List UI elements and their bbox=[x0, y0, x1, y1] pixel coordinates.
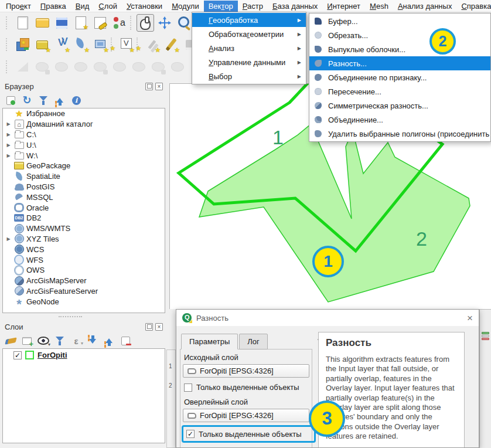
new-geopackage-layer-icon[interactable] bbox=[33, 36, 51, 53]
vector-menu-item[interactable]: Выбор bbox=[192, 69, 306, 83]
pan-map-icon[interactable] bbox=[137, 14, 154, 32]
browser-item[interactable]: ArcGisFeatureServer bbox=[3, 286, 165, 297]
panel-close-icon[interactable]: × bbox=[155, 323, 163, 331]
menubar-item[interactable]: Правка bbox=[36, 1, 71, 12]
eliminate-icon bbox=[313, 129, 323, 138]
dialog-close-icon[interactable]: × bbox=[467, 313, 473, 323]
zoom-full-icon[interactable] bbox=[156, 14, 173, 32]
geoprocessing-menu-item[interactable]: Выпуклые оболочки... bbox=[309, 42, 490, 56]
browser-item[interactable]: Избранное bbox=[3, 108, 165, 119]
cad-tools-icon bbox=[14, 58, 32, 76]
new-mesh-layer-icon[interactable] bbox=[91, 36, 109, 53]
data-source-manager-icon[interactable] bbox=[14, 36, 32, 53]
browser-item[interactable]: ▶ W:\ bbox=[3, 150, 165, 161]
geoprocessing-menu-item[interactable]: Симметрическая разность... bbox=[309, 99, 490, 113]
open-project-icon[interactable] bbox=[33, 14, 51, 32]
new-spatialite-layer-icon[interactable] bbox=[72, 36, 90, 53]
oracle-icon bbox=[14, 203, 24, 212]
menubar-item[interactable]: Проект bbox=[1, 1, 36, 12]
menubar-item[interactable]: Установки bbox=[122, 1, 167, 12]
menubar-item[interactable]: Слой bbox=[94, 1, 122, 12]
panel-float-icon[interactable] bbox=[145, 323, 153, 331]
filter-browser-icon[interactable] bbox=[36, 93, 50, 107]
browser-item[interactable]: PostGIS bbox=[3, 182, 165, 192]
browser-item[interactable]: ▶ XYZ Tiles bbox=[3, 234, 165, 245]
properties-info-icon[interactable] bbox=[69, 93, 83, 107]
menubar-item[interactable]: База данных bbox=[268, 1, 322, 12]
layer-row[interactable]: ForOpiti bbox=[3, 349, 165, 361]
filter-expression-icon[interactable] bbox=[69, 334, 83, 348]
vector-menu-item[interactable]: Анализ bbox=[192, 41, 306, 55]
selected-only-checkbox-1[interactable] bbox=[184, 383, 192, 392]
toggle-editing-icon[interactable] bbox=[162, 36, 180, 53]
geoprocessing-menu-item[interactable]: Пересечение... bbox=[309, 84, 490, 99]
new-print-layout-icon[interactable] bbox=[72, 14, 90, 32]
menubar-item[interactable]: Mesh bbox=[365, 1, 393, 12]
dialog-tab[interactable]: Лог bbox=[239, 334, 268, 349]
vector-menu-item[interactable]: Обработка геометрии bbox=[192, 27, 306, 41]
browser-item[interactable]: ▶ Домашний каталог bbox=[3, 119, 165, 130]
selected-only-row-1[interactable]: Только выделенные объекты bbox=[184, 383, 309, 392]
browser-item[interactable]: SpatiaLite bbox=[3, 171, 165, 182]
browser-item[interactable]: WFS bbox=[3, 254, 165, 265]
geoprocessing-menu-item[interactable]: Объединение по признаку... bbox=[309, 70, 490, 84]
geoprocessing-menu-item[interactable]: Обрезать... bbox=[309, 28, 490, 42]
collapse-all-icon[interactable] bbox=[102, 334, 116, 348]
browser-item[interactable]: ▶ U:\ bbox=[3, 140, 165, 150]
save-project-icon[interactable] bbox=[53, 14, 70, 32]
dialog-tab[interactable]: Параметры bbox=[181, 334, 238, 349]
layer-visibility-checkbox[interactable] bbox=[13, 351, 22, 359]
add-favorite-icon[interactable] bbox=[4, 93, 18, 107]
add-group-icon[interactable] bbox=[20, 334, 34, 348]
zoom-in-icon[interactable] bbox=[175, 14, 193, 32]
vector-menu-item[interactable]: Управление данными bbox=[192, 55, 306, 69]
attribute-table-row-headers: 12 bbox=[166, 349, 176, 448]
menubar-item[interactable]: Модули bbox=[167, 1, 204, 12]
new-shapefile-layer-icon[interactable] bbox=[53, 36, 70, 53]
panel-close-icon[interactable]: × bbox=[155, 83, 163, 90]
expand-all-icon[interactable] bbox=[86, 334, 100, 348]
geoprocessing-menu-item[interactable]: Объединение... bbox=[309, 113, 490, 127]
selected-only-row-2-highlighted[interactable]: Только выделенные объекты bbox=[182, 425, 316, 443]
browser-item[interactable]: DB2 bbox=[3, 213, 165, 223]
browser-item[interactable]: WMS/WMTS bbox=[3, 223, 165, 234]
remove-layer-icon[interactable] bbox=[118, 334, 132, 348]
browser-tree: Избранное ▶ Домашний каталог ▶ C:\ ▶ U:\… bbox=[2, 108, 165, 313]
geoprocessing-menu-item[interactable]: Буфер... bbox=[309, 14, 490, 28]
panel-splitter[interactable] bbox=[59, 316, 82, 317]
style-manager-icon[interactable] bbox=[111, 14, 128, 32]
collapse-tree-icon[interactable] bbox=[53, 93, 67, 107]
menubar-item[interactable]: Интернет bbox=[322, 1, 365, 12]
vector-menu-item[interactable]: Геообработка bbox=[192, 13, 306, 27]
source-layer-combo[interactable]: ForOpiti [EPSG:4326] bbox=[183, 364, 309, 378]
browser-item[interactable]: MSSQL bbox=[3, 192, 165, 202]
feature-label-1: 1 bbox=[272, 126, 284, 149]
menubar-item[interactable]: Анализ данных bbox=[393, 1, 457, 12]
menubar-item[interactable]: Вид bbox=[71, 1, 94, 12]
source-layer-value: ForOpiti [EPSG:4326] bbox=[200, 366, 274, 375]
selected-only-checkbox-2[interactable] bbox=[186, 430, 195, 438]
geoprocessing-menu-item[interactable]: Удалить выбранные полигоны (присоединить… bbox=[309, 127, 490, 141]
layout-manager-icon[interactable] bbox=[91, 14, 109, 32]
open-layer-styling-icon[interactable] bbox=[4, 334, 18, 348]
menubar-item[interactable]: Вектор bbox=[204, 1, 238, 12]
geoprocessing-menu-item[interactable]: Разность... bbox=[309, 56, 490, 70]
browser-item[interactable]: GeoNode bbox=[3, 296, 165, 307]
overlay-layer-combo[interactable]: ForOpiti [EPSG:4326] bbox=[183, 409, 309, 422]
browser-item[interactable]: ArcGisMapServer bbox=[3, 276, 165, 286]
refresh-icon[interactable] bbox=[20, 93, 34, 107]
browser-item[interactable]: GeoPackage bbox=[3, 161, 165, 171]
panel-float-icon[interactable] bbox=[145, 83, 153, 90]
menubar-item[interactable]: Растр bbox=[238, 1, 268, 12]
current-edits-icon[interactable] bbox=[143, 36, 161, 53]
filter-legend-icon[interactable] bbox=[53, 334, 67, 348]
new-virtual-layer-icon[interactable] bbox=[117, 36, 135, 53]
dialog-titlebar[interactable]: Разность × bbox=[176, 310, 479, 326]
manage-visibility-icon[interactable] bbox=[36, 334, 50, 348]
browser-item[interactable]: OWS bbox=[3, 265, 165, 276]
browser-item[interactable]: Oracle bbox=[3, 202, 165, 213]
new-project-icon[interactable] bbox=[14, 14, 32, 32]
browser-item[interactable]: WCS bbox=[3, 244, 165, 254]
menubar-item[interactable]: Справка bbox=[456, 1, 491, 12]
browser-item[interactable]: ▶ C:\ bbox=[3, 130, 165, 140]
